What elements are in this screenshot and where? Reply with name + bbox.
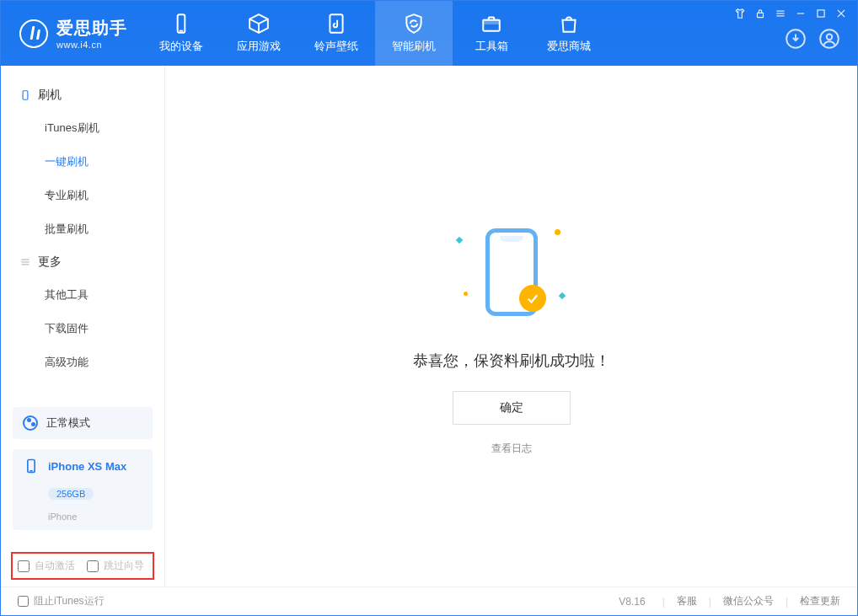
- skip-guide-checkbox[interactable]: 跳过向导: [87, 559, 144, 573]
- app-header: 爱思助手 www.i4.cn 我的设备 应用游戏 铃声壁纸 智能刷机: [1, 1, 857, 66]
- sidebar-item-other-tools[interactable]: 其他工具: [1, 278, 164, 312]
- navtab-label: 智能刷机: [392, 39, 436, 54]
- user-icon[interactable]: [818, 28, 840, 50]
- cube-icon: [248, 13, 270, 35]
- block-itunes-checkbox[interactable]: 阻止iTunes运行: [18, 594, 105, 608]
- bag-icon: [558, 13, 580, 35]
- check-badge-icon: [519, 285, 546, 312]
- music-file-icon: [325, 13, 347, 35]
- sidebar-section-more: 更多: [1, 246, 164, 278]
- nav-tabs: 我的设备 应用游戏 铃声壁纸 智能刷机 工具箱 爱思商城: [142, 1, 608, 66]
- device-capacity-badge: 256GB: [48, 488, 94, 500]
- footer: 阻止iTunes运行 V8.16 | 客服 | 微信公众号 | 检查更新: [1, 587, 857, 615]
- sidebar: 刷机 iTunes刷机 一键刷机 专业刷机 批量刷机 更多 其他工具 下载固件 …: [1, 66, 165, 587]
- download-icon[interactable]: [785, 28, 807, 50]
- menu-icon[interactable]: [775, 8, 786, 19]
- refresh-shield-icon: [403, 13, 425, 35]
- section-title: 更多: [38, 254, 62, 270]
- device-icon: [170, 13, 192, 35]
- logo-icon: [19, 19, 48, 48]
- svg-point-17: [827, 35, 833, 40]
- svg-point-16: [820, 29, 839, 48]
- app-title: 爱思助手: [56, 17, 127, 40]
- device-name: iPhone XS Max: [48, 460, 126, 473]
- view-log-link[interactable]: 查看日志: [491, 442, 532, 456]
- navtab-label: 应用游戏: [237, 39, 281, 54]
- footer-link-support[interactable]: 客服: [677, 594, 697, 608]
- navtab-label: 铃声壁纸: [314, 39, 358, 54]
- auto-activate-checkbox[interactable]: 自动激活: [18, 559, 75, 573]
- options-row-highlight: 自动激活 跳过向导: [11, 552, 154, 580]
- svg-rect-0: [178, 14, 185, 33]
- auto-activate-label: 自动激活: [35, 559, 75, 573]
- toolbox-icon: [480, 13, 502, 35]
- footer-link-wechat[interactable]: 微信公众号: [723, 594, 774, 608]
- svg-rect-18: [23, 91, 28, 100]
- sidebar-item-download-firmware[interactable]: 下载固件: [1, 312, 164, 345]
- app-logo: 爱思助手 www.i4.cn: [1, 1, 142, 66]
- navtab-smart-flash[interactable]: 智能刷机: [375, 1, 453, 66]
- device-type: iPhone: [48, 512, 77, 522]
- phone-icon: [19, 89, 31, 101]
- maximize-icon[interactable]: [815, 8, 827, 19]
- section-title: 刷机: [38, 88, 62, 103]
- auto-activate-input[interactable]: [18, 560, 29, 572]
- skip-guide-input[interactable]: [87, 560, 99, 572]
- mode-card[interactable]: 正常模式: [13, 407, 153, 439]
- block-itunes-label: 阻止iTunes运行: [34, 594, 105, 608]
- sidebar-item-onekey-flash[interactable]: 一键刷机: [1, 145, 164, 179]
- shirt-icon[interactable]: [734, 8, 746, 19]
- main-content: 恭喜您，保资料刷机成功啦！ 确定 查看日志: [165, 66, 857, 587]
- close-icon[interactable]: [835, 8, 847, 19]
- block-itunes-input[interactable]: [18, 596, 29, 607]
- list-icon: [19, 256, 31, 268]
- success-illustration: [448, 217, 575, 327]
- navtab-toolbox[interactable]: 工具箱: [453, 1, 530, 66]
- sidebar-section-flash: 刷机: [1, 79, 164, 111]
- navtab-label: 工具箱: [475, 39, 508, 54]
- mode-icon: [23, 415, 38, 431]
- navtab-my-device[interactable]: 我的设备: [142, 1, 220, 66]
- navtab-label: 爱思商城: [547, 39, 591, 54]
- device-icon: [23, 458, 40, 474]
- svg-rect-4: [330, 14, 342, 33]
- minimize-icon[interactable]: [795, 8, 807, 19]
- lock-icon[interactable]: [754, 8, 766, 19]
- sidebar-item-itunes-flash[interactable]: iTunes刷机: [1, 111, 164, 145]
- sidebar-item-batch-flash[interactable]: 批量刷机: [1, 212, 164, 246]
- svg-rect-6: [483, 20, 500, 24]
- device-card[interactable]: iPhone XS Max 256GB iPhone: [13, 449, 153, 530]
- navtab-apps-games[interactable]: 应用游戏: [220, 1, 298, 66]
- skip-guide-label: 跳过向导: [104, 559, 144, 573]
- app-subtitle: www.i4.cn: [56, 40, 127, 50]
- navtab-ringtones-wallpapers[interactable]: 铃声壁纸: [298, 1, 375, 66]
- svg-rect-7: [758, 13, 764, 17]
- success-message: 恭喜您，保资料刷机成功啦！: [413, 351, 610, 371]
- svg-rect-12: [818, 10, 824, 17]
- ok-button[interactable]: 确定: [453, 391, 571, 425]
- navtab-label: 我的设备: [159, 39, 203, 54]
- version-label: V8.16: [619, 596, 645, 608]
- sidebar-item-advanced[interactable]: 高级功能: [1, 345, 164, 379]
- mode-label: 正常模式: [46, 415, 90, 431]
- sidebar-item-pro-flash[interactable]: 专业刷机: [1, 179, 164, 212]
- navtab-store[interactable]: 爱思商城: [530, 1, 608, 66]
- footer-link-check-update[interactable]: 检查更新: [800, 594, 840, 608]
